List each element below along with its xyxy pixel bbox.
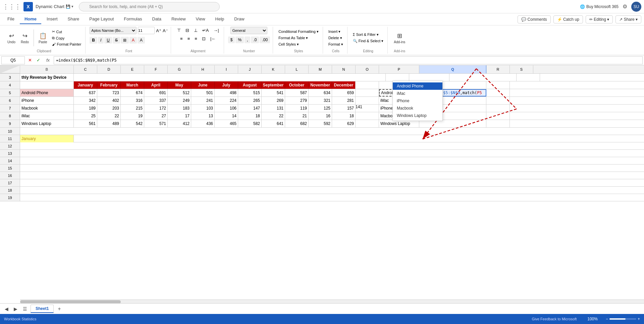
cell-d7[interactable]: 203 xyxy=(97,105,121,112)
dropdown-item-iphone[interactable]: iPhone xyxy=(393,97,442,105)
row-header-4[interactable]: 4 xyxy=(0,81,20,89)
cell-reference-input[interactable] xyxy=(1,56,25,64)
cell-m7[interactable]: 125 xyxy=(309,105,332,112)
cell-b6[interactable]: iPhone xyxy=(20,97,74,104)
align-left-button[interactable]: ≡ xyxy=(178,35,185,42)
cell-j7[interactable]: 147 xyxy=(238,105,262,112)
col-header-d[interactable]: D xyxy=(97,65,121,73)
zoom-in-button[interactable]: + xyxy=(638,317,640,321)
cell-p9[interactable]: Windows Laptop xyxy=(379,120,419,127)
cell-l5[interactable]: 587 xyxy=(285,89,309,96)
cell-g5[interactable]: 512 xyxy=(168,89,191,96)
cell-o9[interactable] xyxy=(356,120,379,127)
cell-d4[interactable]: February xyxy=(97,81,121,89)
increase-decimal-button[interactable]: .0 xyxy=(251,37,259,43)
cell-j6[interactable]: 265 xyxy=(238,97,262,104)
cell-n4[interactable]: December xyxy=(332,81,356,89)
cell-b8[interactable]: iMac xyxy=(20,112,74,120)
row-10-cells[interactable] xyxy=(20,128,644,135)
align-bottom-button[interactable]: ⊥ xyxy=(192,27,200,34)
row-header-15[interactable]: 15 xyxy=(0,165,20,172)
cell-m4[interactable]: November xyxy=(309,81,332,89)
cell-l4[interactable]: October xyxy=(285,81,309,89)
underline-button[interactable]: U xyxy=(104,37,112,44)
cell-k6[interactable]: 269 xyxy=(262,97,285,104)
cell-k8[interactable]: 22 xyxy=(262,112,285,120)
dropdown-item-macbook[interactable]: Macbook xyxy=(393,105,442,112)
indent-more-button[interactable]: →| xyxy=(211,27,221,34)
row-header-13[interactable]: 13 xyxy=(0,150,20,157)
currency-button[interactable]: $ xyxy=(228,37,235,43)
tab-review[interactable]: Review xyxy=(167,14,191,24)
cell-r7[interactable] xyxy=(486,105,510,112)
cell-i6[interactable]: 224 xyxy=(215,97,238,104)
redo-button[interactable]: ↪ Redo xyxy=(19,31,31,45)
cell-o5[interactable] xyxy=(356,89,379,96)
row-header-10[interactable]: 10 xyxy=(0,128,20,135)
decrease-decimal-button[interactable]: .00 xyxy=(260,37,270,43)
cell-r9[interactable] xyxy=(486,120,510,127)
formula-cancel-button[interactable]: ✕ xyxy=(26,57,34,63)
tab-page-layout[interactable]: Page Layout xyxy=(85,14,118,24)
borders-button[interactable]: ⊞ xyxy=(121,37,129,44)
col-header-s[interactable]: S xyxy=(510,65,533,73)
col-header-p[interactable]: P xyxy=(379,65,419,73)
cell-i4[interactable]: July xyxy=(215,81,238,89)
zoom-out-button[interactable]: − xyxy=(606,317,608,321)
cell-f7[interactable]: 172 xyxy=(144,105,168,112)
cell-s3[interactable] xyxy=(540,74,564,81)
cell-l7[interactable]: 119 xyxy=(285,105,309,112)
col-header-n[interactable]: N xyxy=(332,65,356,73)
col-header-i[interactable]: I xyxy=(215,65,238,73)
cell-s5[interactable] xyxy=(510,89,533,96)
workbook-statistics[interactable]: Workbook Statistics xyxy=(4,317,36,321)
tab-draw[interactable]: Draw xyxy=(229,14,249,24)
row-header-16[interactable]: 16 xyxy=(0,172,20,179)
merge-center-button[interactable]: ⊡ xyxy=(200,35,208,42)
tab-share[interactable]: Share xyxy=(63,14,84,24)
cell-o4[interactable] xyxy=(356,81,379,89)
tab-file[interactable]: File xyxy=(3,14,19,24)
formula-input[interactable] xyxy=(54,56,643,64)
cell-r5[interactable] xyxy=(486,89,510,96)
cell-o3[interactable] xyxy=(386,74,409,81)
font-increase-button[interactable]: A⁺ xyxy=(156,28,161,33)
col-header-h[interactable]: H xyxy=(191,65,215,73)
row-header-7[interactable]: 7 xyxy=(0,105,20,112)
col-header-l[interactable]: L xyxy=(285,65,309,73)
cell-n7[interactable]: 157 xyxy=(332,105,356,112)
font-decrease-button[interactable]: A⁻ xyxy=(163,28,168,33)
paste-button[interactable]: 📋 Paste xyxy=(37,31,49,45)
cell-h7[interactable]: 103 xyxy=(191,105,215,112)
row-header-11[interactable]: 11 xyxy=(0,135,20,142)
col-header-j[interactable]: J xyxy=(238,65,262,73)
col-header-g[interactable]: G xyxy=(168,65,191,73)
cell-k9[interactable]: 641 xyxy=(262,120,285,127)
cell-h8[interactable]: 13 xyxy=(191,112,215,120)
row-header-5[interactable]: 5 xyxy=(0,89,20,96)
cell-g6[interactable]: 249 xyxy=(168,97,191,104)
cell-h4[interactable]: June xyxy=(191,81,215,89)
delete-button[interactable]: Delete ▾ xyxy=(327,35,344,41)
catch-up-button[interactable]: ⚡ Catch up xyxy=(553,15,583,23)
cell-e8[interactable]: 19 xyxy=(121,112,144,120)
addins-button[interactable]: ⊞ Add-ins xyxy=(392,31,407,45)
cell-c8[interactable]: 25 xyxy=(74,112,97,120)
cell-e9[interactable]: 542 xyxy=(121,120,144,127)
row-header-18[interactable]: 18 xyxy=(0,187,20,194)
col-header-b[interactable]: B xyxy=(20,65,74,73)
cell-l9[interactable]: 682 xyxy=(285,120,309,127)
format-button[interactable]: Format ▾ xyxy=(327,42,344,47)
row-header-3[interactable]: 3 xyxy=(0,74,20,81)
cell-l8[interactable]: 21 xyxy=(285,112,309,120)
sheet-menu-button[interactable]: ☰ xyxy=(21,306,29,312)
comments-button[interactable]: 💬 Comments xyxy=(518,15,550,23)
cell-s7[interactable] xyxy=(510,105,533,112)
tab-insert[interactable]: Insert xyxy=(42,14,62,24)
col-header-f[interactable]: F xyxy=(144,65,168,73)
find-select-button[interactable]: 🔍 Find & Select ▾ xyxy=(352,38,385,44)
cell-s4[interactable] xyxy=(510,81,533,89)
sheet-tab-sheet1[interactable]: Sheet1 xyxy=(31,305,54,313)
font-family-select[interactable]: Aptos Narrow (Bo... xyxy=(90,27,137,34)
cell-q3[interactable] xyxy=(449,74,517,81)
